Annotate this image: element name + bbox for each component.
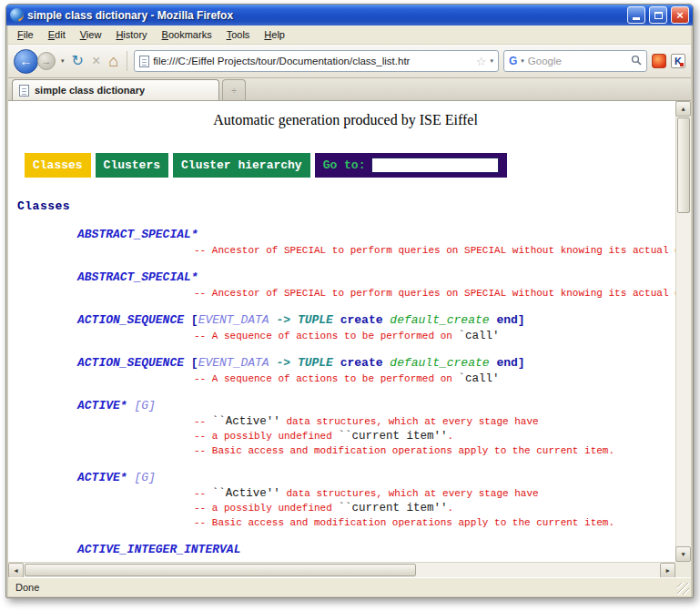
comment-token: ``Active'' (212, 487, 280, 500)
bookmark-star-icon[interactable]: ☆ (476, 56, 487, 67)
class-link[interactable]: ACTIVE* (77, 471, 127, 484)
nav-button-cluster-hierarchy[interactable]: Cluster hierarchy (173, 153, 310, 178)
page-content: Automatic generation produced by ISE Eif… (8, 101, 691, 577)
goto-box: Go to: (315, 153, 508, 178)
class-entries: ABSTRACT_SPECIAL*-- Ancestor of SPECIAL … (15, 226, 675, 558)
class-link[interactable]: ABSTRACT_SPECIAL* (77, 228, 198, 241)
scroll-up-button[interactable]: ▲ (675, 101, 691, 117)
horizontal-scrollbar-thumb[interactable] (25, 564, 416, 576)
titlebar[interactable]: simple class dictionary - Mozilla Firefo… (6, 5, 693, 25)
class-link[interactable]: ABSTRACT_SPECIAL* (77, 270, 198, 284)
code-token: create (340, 356, 383, 370)
class-link[interactable]: ACTIVE_INTEGER_INTERVAL (77, 543, 240, 556)
code-token: -> (269, 313, 298, 327)
comment-token: `call' (458, 372, 499, 385)
comment-line: -- a possibly undefined ``current item''… (15, 430, 675, 443)
comment-token: . (447, 431, 453, 442)
address-bar[interactable]: ☆ ▾ (134, 50, 499, 72)
page-title: Automatic generation produced by ISE Eif… (15, 112, 675, 128)
search-box[interactable]: G ▾ (503, 50, 647, 72)
comment-line: -- Basic access and modification operati… (15, 516, 675, 530)
navigation-toolbar: ← → ▾ ↻ × ⌂ ☆ ▾ G ▾ K (8, 45, 691, 78)
goto-label: Go to: (323, 158, 366, 172)
maximize-button[interactable] (649, 6, 667, 24)
comment-token: -- a possibly undefined (194, 503, 338, 514)
class-entry: ACTIVE* [G]-- ``Active'' data structures… (15, 397, 675, 458)
browser-window: simple class dictionary - Mozilla Firefo… (5, 4, 694, 598)
code-token: EVENT_DATA (198, 313, 269, 327)
code-token: end (496, 313, 517, 327)
code-token: [ (191, 356, 198, 370)
class-link[interactable]: ACTIVE* (77, 399, 127, 412)
forward-button[interactable]: → (37, 52, 56, 70)
code-token: ] (518, 356, 525, 370)
addon-icon-red[interactable] (652, 54, 666, 68)
comment-line: -- Basic access and modification operati… (15, 444, 675, 458)
google-logo-icon: G (509, 55, 517, 67)
history-dropdown-button[interactable]: ▾ (60, 57, 66, 65)
addon-icon-k[interactable]: K (671, 54, 685, 68)
comment-token: ``Active'' (212, 415, 280, 428)
comment-token: -- Basic access and modification operati… (194, 517, 614, 528)
class-entry: ACTIVE_INTEGER_INTERVAL (15, 541, 675, 558)
scroll-down-button[interactable]: ▼ (675, 546, 691, 562)
vertical-scrollbar[interactable]: ▲ ▼ (675, 101, 691, 562)
search-input[interactable] (528, 56, 627, 66)
class-entry: ACTION_SEQUENCE [EVENT_DATA -> TUPLE cre… (15, 354, 675, 386)
home-icon: ⌂ (108, 52, 118, 70)
code-token: [G] (134, 471, 155, 484)
close-icon: × (676, 7, 684, 23)
class-signature: ACTION_SEQUENCE [EVENT_DATA -> TUPLE cre… (15, 354, 675, 372)
menu-item-help[interactable]: Help (257, 26, 292, 43)
class-entry: ABSTRACT_SPECIAL*-- Ancestor of SPECIAL … (15, 269, 675, 300)
close-button[interactable]: × (671, 6, 689, 24)
menu-item-history[interactable]: History (108, 26, 154, 43)
minimize-icon (633, 17, 640, 20)
search-engine-dropdown-icon[interactable]: ▾ (521, 57, 524, 65)
tab-bar: simple class dictionary ÷ (8, 78, 691, 101)
tab-simple-class-dictionary[interactable]: simple class dictionary (12, 79, 219, 100)
vertical-scrollbar-thumb[interactable] (677, 117, 690, 213)
class-signature: ACTIVE_INTEGER_INTERVAL (15, 541, 675, 558)
back-button[interactable]: ← (14, 49, 38, 74)
class-signature: ABSTRACT_SPECIAL* (15, 226, 675, 243)
refresh-icon: ↻ (72, 53, 84, 68)
menu-item-edit[interactable]: Edit (41, 26, 73, 43)
goto-input[interactable] (371, 158, 499, 173)
comment-line: -- Ancestor of SPECIAL to perform querie… (15, 287, 675, 300)
menu-item-file[interactable]: File (10, 26, 41, 43)
code-token: ] (518, 313, 525, 327)
class-link[interactable]: ACTION_SEQUENCE (77, 313, 184, 327)
search-icon[interactable] (631, 53, 642, 69)
comment-token: -- A sequence of actions to be performed… (194, 331, 458, 341)
section-title-classes: Classes (17, 199, 675, 213)
refresh-button[interactable]: ↻ (70, 54, 86, 68)
nav-button-clusters[interactable]: Clusters (96, 153, 168, 178)
scroll-left-button[interactable]: ◄ (8, 563, 24, 577)
comment-line: -- A sequence of actions to be performed… (15, 330, 675, 343)
comment-line: -- ``Active'' data structures, which at … (15, 487, 675, 501)
class-link[interactable]: ACTION_SEQUENCE (77, 356, 184, 370)
horizontal-scrollbar[interactable]: ◄ ► (8, 562, 675, 577)
address-dropdown-icon[interactable]: ▾ (490, 57, 493, 65)
class-signature: ACTION_SEQUENCE [EVENT_DATA -> TUPLE cre… (15, 311, 675, 329)
nav-button-classes[interactable]: Classes (25, 153, 91, 178)
minimize-button[interactable] (627, 6, 645, 24)
firefox-logo-icon (10, 8, 24, 22)
scroll-right-button[interactable]: ► (660, 563, 675, 577)
tab-stub[interactable]: ÷ (222, 79, 246, 100)
comment-token: -- Basic access and modification operati… (194, 445, 614, 456)
home-button[interactable]: ⌂ (107, 54, 120, 68)
code-token (333, 313, 340, 327)
comment-token: -- Ancestor of SPECIAL to perform querie… (194, 288, 675, 299)
comment-token: -- a possibly undefined (194, 431, 338, 442)
menu-item-bookmarks[interactable]: Bookmarks (155, 26, 219, 43)
comment-token: data structures, which at every stage ha… (280, 416, 539, 427)
address-input[interactable] (153, 56, 472, 66)
scrollbar-corner (675, 562, 691, 577)
menu-item-view[interactable]: View (73, 26, 109, 43)
page-favicon-icon (139, 56, 149, 67)
status-bar: Done (8, 577, 691, 596)
code-token: default_create (390, 313, 489, 327)
menu-item-tools[interactable]: Tools (219, 26, 258, 43)
